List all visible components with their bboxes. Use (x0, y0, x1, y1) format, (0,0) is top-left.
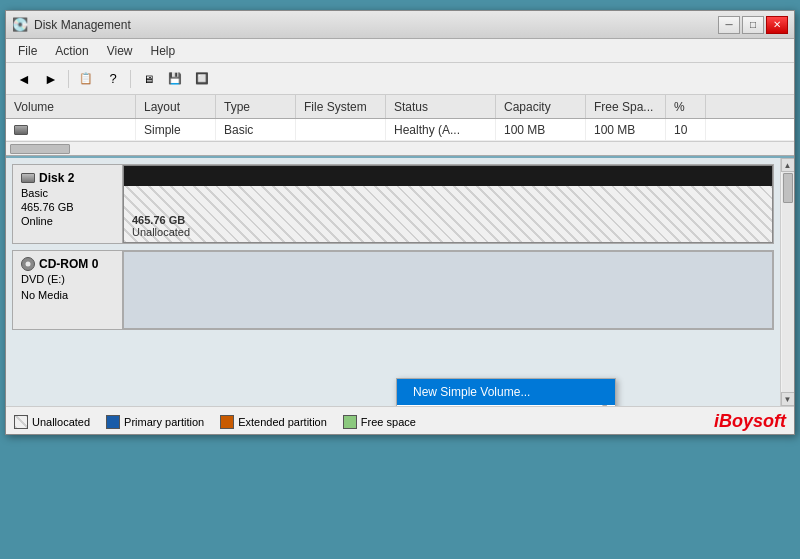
cdrom-0-label: CD-ROM 0 DVD (E:) No Media (13, 251, 123, 329)
col-capacity: Capacity (496, 95, 586, 118)
cell-type: Basic (216, 119, 296, 140)
disk-2-name: Disk 2 (39, 171, 74, 185)
cell-filesystem (296, 119, 386, 140)
partition-button[interactable]: 🔲 (190, 68, 214, 90)
vertical-scrollbar[interactable]: ▲ ▼ (780, 158, 794, 406)
scroll-track (782, 172, 794, 392)
disk-2-row: Disk 2 Basic 465.76 GB Online 465.76 GB … (12, 164, 774, 244)
disk-button[interactable]: 💾 (163, 68, 187, 90)
legend-unallocated: Unallocated (14, 415, 90, 429)
col-filesystem: File System (296, 95, 386, 118)
toolbar: ◄ ► 📋 ? 🖥 💾 🔲 (6, 63, 794, 95)
main-window: 💽 Disk Management ─ □ ✕ File Action View… (5, 10, 795, 435)
lower-disk-area: ▲ ▼ Disk 2 Basic 465.76 GB Online (6, 156, 794, 406)
cdrom-name: CD-ROM 0 (39, 257, 98, 271)
disk-2-partition-label: Unallocated (132, 226, 764, 238)
properties-button[interactable]: 📋 (74, 68, 98, 90)
disk-2-partitions: 465.76 GB Unallocated (123, 165, 773, 243)
close-button[interactable]: ✕ (766, 16, 788, 34)
menu-help[interactable]: Help (143, 42, 184, 60)
context-menu: New Simple Volume... New Spanned Volume.… (396, 378, 616, 406)
iboysoft-logo: iBoysoft (714, 411, 786, 432)
disk-black-bar (124, 166, 772, 186)
cell-pct: 10 (666, 119, 706, 140)
legend-color-unallocated (14, 415, 28, 429)
cell-layout: Simple (136, 119, 216, 140)
window-icon: 💽 (12, 17, 28, 32)
ctx-new-simple-volume[interactable]: New Simple Volume... (397, 379, 615, 405)
legend-free: Free space (343, 415, 416, 429)
cell-capacity: 100 MB (496, 119, 586, 140)
scroll-thumb-horizontal[interactable] (10, 144, 70, 154)
cdrom-icon (21, 257, 35, 271)
disk-2-size: 465.76 GB (21, 201, 114, 213)
status-bar: Unallocated Primary partition Extended p… (6, 406, 794, 434)
window-title: Disk Management (34, 18, 131, 32)
cell-volume (6, 119, 136, 140)
help-button[interactable]: ? (101, 68, 125, 90)
legend-label-free: Free space (361, 416, 416, 428)
table-area: Simple Basic Healthy (A... 100 MB 100 MB… (6, 119, 794, 156)
view-button[interactable]: 🖥 (136, 68, 160, 90)
toolbar-separator-1 (68, 70, 69, 88)
cdrom-type: DVD (E:) (21, 273, 114, 285)
disk-2-type: Basic (21, 187, 114, 199)
col-pct: % (666, 95, 706, 118)
menu-action[interactable]: Action (47, 42, 96, 60)
title-bar: 💽 Disk Management ─ □ ✕ (6, 11, 794, 39)
col-layout: Layout (136, 95, 216, 118)
legend-primary: Primary partition (106, 415, 204, 429)
toolbar-separator-2 (130, 70, 131, 88)
scroll-thumb-vertical[interactable] (783, 173, 793, 203)
title-bar-buttons: ─ □ ✕ (718, 16, 788, 34)
legend-color-primary (106, 415, 120, 429)
back-button[interactable]: ◄ (12, 68, 36, 90)
menu-file[interactable]: File (10, 42, 45, 60)
table-row[interactable]: Simple Basic Healthy (A... 100 MB 100 MB… (6, 119, 794, 141)
col-type: Type (216, 95, 296, 118)
maximize-button[interactable]: □ (742, 16, 764, 34)
col-volume: Volume (6, 95, 136, 118)
cell-status: Healthy (A... (386, 119, 496, 140)
forward-button[interactable]: ► (39, 68, 63, 90)
minimize-button[interactable]: ─ (718, 16, 740, 34)
logo-suffix: Boysoft (719, 411, 786, 431)
disk-2-status: Online (21, 215, 114, 227)
disk-2-partition-size: 465.76 GB (132, 214, 764, 226)
disk-2-icon (21, 173, 35, 183)
cell-freespace: 100 MB (586, 119, 666, 140)
disk-2-label: Disk 2 Basic 465.76 GB Online (13, 165, 123, 243)
menu-view[interactable]: View (99, 42, 141, 60)
horizontal-scrollbar[interactable] (6, 141, 794, 155)
cdrom-status: No Media (21, 289, 114, 301)
menu-bar: File Action View Help (6, 39, 794, 63)
col-freespace: Free Spa... (586, 95, 666, 118)
legend-extended: Extended partition (220, 415, 327, 429)
legend-color-free (343, 415, 357, 429)
scroll-down-button[interactable]: ▼ (781, 392, 795, 406)
col-status: Status (386, 95, 496, 118)
legend-label-extended: Extended partition (238, 416, 327, 428)
scroll-up-button[interactable]: ▲ (781, 158, 795, 172)
legend-label-unallocated: Unallocated (32, 416, 90, 428)
cdrom-0-row: CD-ROM 0 DVD (E:) No Media (12, 250, 774, 330)
cdrom-0-partitions (123, 251, 773, 329)
legend-label-primary: Primary partition (124, 416, 204, 428)
ctx-new-spanned-volume: New Spanned Volume... (397, 405, 615, 406)
legend-color-extended (220, 415, 234, 429)
table-header: Volume Layout Type File System Status Ca… (6, 95, 794, 119)
disk-2-unallocated[interactable]: 465.76 GB Unallocated (123, 165, 773, 243)
